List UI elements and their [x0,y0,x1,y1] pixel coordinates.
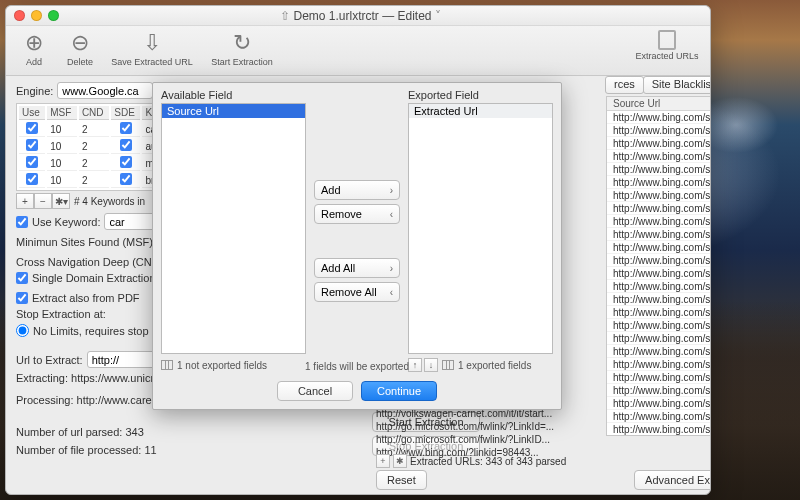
list-item[interactable]: http://www.bing.com/s... [607,202,710,215]
list-item[interactable]: http://www.bing.com/s... [607,124,710,137]
list-item[interactable]: Extracted Url [409,104,552,118]
export-fields-dialog: Available Field Source Url 1 not exporte… [152,82,562,410]
delete-button[interactable]: ⊖Delete [60,30,100,67]
list-item[interactable]: http://www.bing.com/s... [607,137,710,150]
cnd-cell[interactable]: 2 [79,173,109,188]
col-use[interactable]: Use [19,106,45,120]
window-title: ⇧ Demo 1.urlxtrctr — Edited ˅ [59,9,662,23]
list-item[interactable]: http://www.bing.com/s... [607,371,710,384]
list-item[interactable]: http://www.bing.com/s... [607,397,710,410]
extracted-urls-button[interactable]: Extracted URLs [632,30,702,61]
sde-checkbox[interactable] [120,173,132,185]
list-item[interactable]: http://www.bing.com/s... [607,332,710,345]
tab-site-blacklist[interactable]: Site Blacklist [643,76,710,94]
use-checkbox[interactable] [26,173,38,185]
list-item[interactable]: http://www.bing.com/s... [607,254,710,267]
sde-checkbox[interactable] [120,139,132,151]
cancel-button[interactable]: Cancel [277,381,353,401]
list-item[interactable]: http://www.bing.com/s... [607,293,710,306]
table-row[interactable]: 102aut [19,139,168,154]
sde-checkbox[interactable] [120,156,132,168]
table-row[interactable]: 102bm [19,173,168,188]
close-icon[interactable] [14,10,25,21]
engine-select[interactable] [57,82,153,99]
list-item[interactable]: http://www.bing.com/s... [607,267,710,280]
list-item[interactable]: http://www.bing.com/s... [607,319,710,332]
cnd-cell[interactable]: 2 [79,139,109,154]
list-item[interactable]: http://www.bing.com/s... [607,228,710,241]
sde-label: Single Domain Extraction, n [32,272,168,284]
col-cnd[interactable]: CND [79,106,109,120]
list-item[interactable]: http://go.microsoft.com/fwlink/?LinkID..… [376,433,562,446]
row-add-button[interactable]: + [376,454,390,468]
source-url-list[interactable]: Source Url http://www.bing.com/s...http:… [606,96,710,436]
kw-gear-button[interactable]: ✱▾ [52,193,70,209]
nolimits-radio[interactable] [16,324,29,337]
table-row[interactable]: 102car [19,122,168,137]
nolimits-label: No Limits, requires stop [33,325,149,337]
remove-field-button[interactable]: Remove‹ [314,204,400,224]
reset-button[interactable]: Reset [376,470,427,490]
col-msf[interactable]: MSF [47,106,77,120]
kw-add-button[interactable]: + [16,193,34,209]
add-all-button[interactable]: Add All› [314,258,400,278]
list-item[interactable]: http://www.bing.com/s... [607,410,710,423]
available-field-list[interactable]: Source Url [161,103,306,354]
chevron-right-icon: › [390,263,393,274]
list-item[interactable]: http://www.bing.com/s... [607,345,710,358]
export-info-label: 1 fields will be exported [153,361,561,372]
pdf-label: Extract also from PDF [32,292,140,304]
msf-cell[interactable]: 10 [47,173,77,188]
use-keyword-checkbox[interactable] [16,216,28,228]
download-icon: ⇩ [139,30,165,56]
sde-checkbox[interactable] [120,122,132,134]
row-gear-button[interactable]: ✱ [393,454,407,468]
list-item[interactable]: http://www.bing.com/s... [607,111,710,124]
engine-label: Engine: [16,85,53,97]
exported-field-list[interactable]: Extracted Url [408,103,553,354]
msf-cell[interactable]: 10 [47,122,77,137]
list-item[interactable]: http://www.bing.com/s... [607,176,710,189]
minimize-icon[interactable] [31,10,42,21]
keywords-table[interactable]: Use MSF CND SDE Key 102car102aut102me102… [16,103,171,191]
sde-checkbox[interactable] [16,272,28,284]
msf-cell[interactable]: 10 [47,139,77,154]
add-button[interactable]: ⊕Add [14,30,54,67]
save-extracted-button[interactable]: ⇩Save Extracted URL [106,30,198,67]
list-item[interactable]: http://www.bing.com/s... [607,384,710,397]
list-item[interactable]: http://www.bing.com/s... [607,358,710,371]
desktop-background: ⇧ Demo 1.urlxtrctr — Edited ˅ ⊕Add ⊖Dele… [0,0,800,500]
list-item[interactable]: Source Url [162,104,305,118]
source-url-header: Source Url [607,97,710,111]
cnd-cell[interactable]: 2 [79,122,109,137]
msf-label: Minimun Sites Found (MSF): [16,236,156,248]
list-item[interactable]: http://www.bing.com/s... [607,150,710,163]
list-item[interactable]: http://www.bing.com/s... [607,423,710,436]
tab-sources[interactable]: rces [605,76,644,94]
refresh-icon: ↻ [229,30,255,56]
start-extraction-button[interactable]: ↻Start Extraction [204,30,280,67]
kw-remove-button[interactable]: − [34,193,52,209]
add-field-button[interactable]: Add› [314,180,400,200]
advanced-export-button[interactable]: Advanced Export... [634,470,710,490]
use-checkbox[interactable] [26,139,38,151]
list-item[interactable]: http://go.microsoft.com/fwlink/?LinkId=.… [376,420,562,433]
continue-button[interactable]: Continue [361,381,437,401]
list-item[interactable]: http://www.bing.com/s... [607,306,710,319]
zoom-icon[interactable] [48,10,59,21]
list-item[interactable]: http://www.bing.com/s... [607,241,710,254]
use-checkbox[interactable] [26,122,38,134]
cnd-cell[interactable]: 2 [79,156,109,171]
pdf-checkbox[interactable] [16,292,28,304]
msf-cell[interactable]: 10 [47,156,77,171]
remove-all-button[interactable]: Remove All‹ [314,282,400,302]
list-item[interactable]: http://www.bing.com/s... [607,189,710,202]
plus-circle-icon: ⊕ [21,30,47,56]
transfer-buttons: Add› Remove‹ Add All› Remove All‹ [314,89,400,373]
list-item[interactable]: http://www.bing.com/s... [607,215,710,228]
list-item[interactable]: http://www.bing.com/s... [607,163,710,176]
col-sde[interactable]: SDE [111,106,140,120]
table-row[interactable]: 102me [19,156,168,171]
list-item[interactable]: http://www.bing.com/s... [607,280,710,293]
use-checkbox[interactable] [26,156,38,168]
